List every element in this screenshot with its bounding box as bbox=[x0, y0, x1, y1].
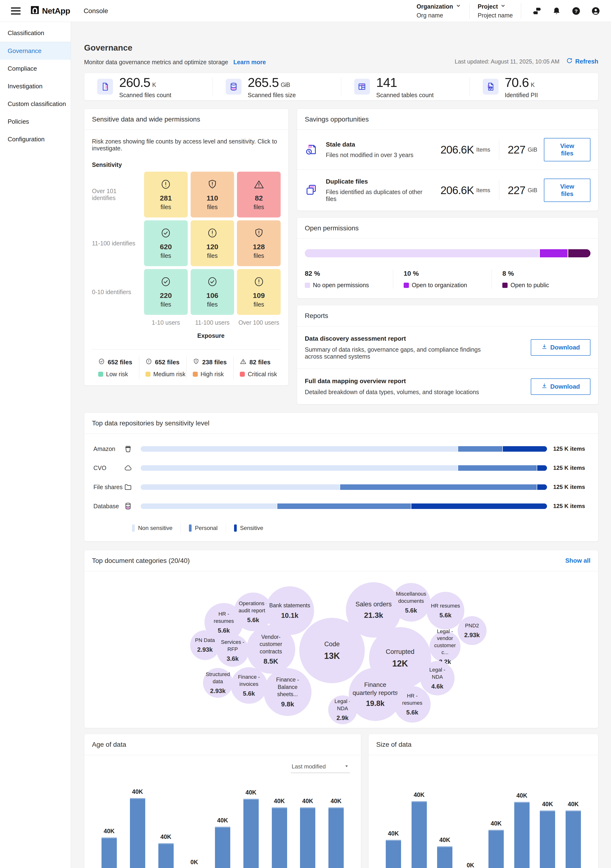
bar bbox=[437, 846, 452, 868]
bar-value-label: 40K bbox=[568, 801, 579, 808]
bar-100-gb: 40K > 100 GB bbox=[561, 801, 586, 868]
sidebar-item-compliace[interactable]: Compliace bbox=[0, 60, 71, 78]
category-bubble-finance-balance-sheets[interactable]: Finance - Balance sheets... 9.8k bbox=[264, 668, 311, 716]
folder-icon bbox=[124, 483, 138, 491]
legend-low-risk: 652 files Low risk bbox=[92, 356, 139, 379]
check-circle-icon bbox=[160, 276, 171, 288]
size-value: 227 bbox=[508, 184, 525, 197]
repo-bar[interactable] bbox=[141, 446, 547, 452]
bubble-value: 2.93k bbox=[197, 646, 213, 653]
sidebar-item-policies[interactable]: Policies bbox=[0, 113, 71, 130]
items-value: 206.6K bbox=[440, 184, 474, 197]
bar-value-label: 40K bbox=[217, 817, 228, 824]
svg-text:?: ? bbox=[575, 8, 578, 14]
last-modified-dropdown[interactable]: Last modified bbox=[291, 761, 350, 773]
report-description: Detailed breakdown of data types, volume… bbox=[305, 389, 479, 395]
learn-more-link[interactable]: Learn more bbox=[233, 59, 266, 66]
category-bubble-pnd2[interactable]: PND2 2.93k bbox=[458, 616, 487, 645]
permission-label: Open to public bbox=[510, 282, 549, 288]
risk-cell-high[interactable]: 128 files bbox=[237, 220, 281, 266]
show-all-link[interactable]: Show all bbox=[565, 557, 591, 564]
category-bubble-hr-resumes[interactable]: HR resumes 5.6k bbox=[427, 592, 464, 629]
sidebar-item-governance[interactable]: Governance bbox=[0, 42, 71, 60]
category-bubble-vendor-customer-contracts[interactable]: Vendor- customer contracts 8.5K bbox=[247, 625, 295, 674]
stat-identified-pii: 70.6K Identified PII bbox=[470, 78, 598, 96]
category-bubble-hr-resumes[interactable]: HR - resumes 5.6k bbox=[394, 686, 431, 722]
bar-value-label: 40K bbox=[331, 798, 342, 804]
notifications-bell-icon[interactable] bbox=[552, 7, 561, 15]
bubble-label: Sales orders bbox=[351, 600, 396, 609]
bar-100-mb-1gb: 40K 100 MB - 1GB bbox=[510, 792, 534, 868]
sidebar-item-investigation[interactable]: Investigation bbox=[0, 78, 71, 95]
card-title: Age of data bbox=[92, 741, 126, 749]
category-bubble-code[interactable]: Code 13K bbox=[299, 618, 365, 683]
organization-value: Org name bbox=[417, 12, 461, 19]
repo-segment bbox=[141, 465, 458, 471]
chevron-down-icon bbox=[456, 3, 461, 10]
permission-percent: 8 % bbox=[502, 270, 591, 277]
savings-opportunities-card: Savings opportunities Stale data Files n… bbox=[297, 108, 599, 211]
savings-title: Duplicate files bbox=[326, 178, 434, 185]
report-description: Summary of data risks, governance gaps, … bbox=[305, 346, 482, 360]
legend-label: Low risk bbox=[106, 371, 128, 378]
bar-value-label: 40K bbox=[542, 801, 553, 808]
category-bubble-structured-data[interactable]: Structured data 2.93k bbox=[203, 668, 233, 698]
risk-cell-low[interactable]: 620 files bbox=[144, 220, 188, 266]
sidebar-item-custom-classification[interactable]: Custom classification bbox=[0, 95, 71, 113]
bar bbox=[514, 802, 530, 868]
bubble-label: Bank statements bbox=[265, 602, 314, 609]
divider bbox=[521, 3, 521, 19]
risk-cell-low[interactable]: 220 files bbox=[144, 269, 188, 315]
repo-bar[interactable] bbox=[141, 465, 547, 471]
card-title: Open permissions bbox=[305, 225, 359, 232]
category-bubble-services-rfp[interactable]: Services - RFP 3.6k bbox=[217, 634, 249, 667]
repo-bar[interactable] bbox=[141, 504, 547, 509]
account-icon[interactable] bbox=[591, 7, 600, 15]
bar-value-label: 0K bbox=[190, 859, 198, 866]
risk-cell-critical[interactable]: 82 files bbox=[237, 172, 281, 217]
report-title: Full data mapping overview report bbox=[305, 377, 479, 385]
risk-cell-medium[interactable]: 281 files bbox=[144, 172, 188, 217]
console-switcher-icon[interactable] bbox=[533, 7, 541, 15]
bar bbox=[488, 830, 504, 868]
bar-value-label: 40K bbox=[414, 791, 425, 798]
exposure-axis-label: Exposure bbox=[141, 332, 281, 339]
risk-cell-low[interactable]: 106 files bbox=[191, 269, 234, 315]
refresh-button[interactable]: Refresh bbox=[566, 57, 599, 66]
bubble-chart: HR - resumes 5.6k Operations - audit rep… bbox=[89, 571, 593, 728]
risk-cell-medium[interactable]: 109 files bbox=[237, 269, 281, 315]
risk-cell-high[interactable]: 110 files bbox=[191, 172, 234, 217]
savings-description: Files not modified in over 3 years bbox=[326, 152, 434, 158]
legend-color-chip bbox=[98, 372, 103, 377]
legend-label: Critical risk bbox=[248, 371, 277, 378]
help-icon[interactable]: ? bbox=[572, 7, 580, 15]
category-bubble-legal-vendor-customer-c[interactable]: Legal - vendor customer c... 3.2k bbox=[429, 631, 460, 662]
cell-unit: files bbox=[160, 252, 171, 259]
view-files-button[interactable]: View files bbox=[544, 178, 591, 202]
repo-bar[interactable] bbox=[141, 484, 547, 490]
category-bubble-miscellanous-documents[interactable]: Miscellanous documents 5.6k bbox=[392, 583, 431, 622]
category-bubble-finance-invoices[interactable]: Finance - invoices 5.6k bbox=[231, 667, 267, 704]
sidebar-item-configuration[interactable]: Configuration bbox=[0, 130, 71, 148]
repo-items-count: 125 K items bbox=[553, 503, 589, 510]
download-button[interactable]: Download bbox=[531, 378, 591, 395]
permission-label: No open permissions bbox=[313, 282, 369, 288]
bar-30-days: 40K <30 days bbox=[323, 798, 348, 868]
risk-cell-medium[interactable]: 120 files bbox=[191, 220, 234, 266]
bubble-label: Vendor- customer contracts bbox=[247, 633, 295, 655]
organization-selector[interactable]: Organization Org name bbox=[417, 3, 461, 19]
bar-value-label: 40K bbox=[274, 798, 285, 804]
legend-color-chip bbox=[502, 283, 508, 288]
category-bubble-pn-data[interactable]: PN Data 2.93k bbox=[190, 630, 220, 660]
cell-count: 120 bbox=[206, 243, 218, 251]
sidebar-item-classification[interactable]: Classification bbox=[0, 24, 71, 42]
view-files-button[interactable]: View files bbox=[544, 138, 591, 161]
menu-icon[interactable] bbox=[11, 8, 20, 15]
category-bubble-legal-nda[interactable]: Legal - NDA 4.6k bbox=[420, 661, 454, 695]
repo-segment bbox=[502, 446, 547, 452]
project-selector[interactable]: Project Project name bbox=[478, 3, 513, 19]
table-icon bbox=[354, 79, 370, 95]
bubble-label: PN Data bbox=[191, 637, 219, 643]
stat-label: Scanned tables count bbox=[376, 91, 434, 99]
download-button[interactable]: Download bbox=[531, 339, 591, 356]
